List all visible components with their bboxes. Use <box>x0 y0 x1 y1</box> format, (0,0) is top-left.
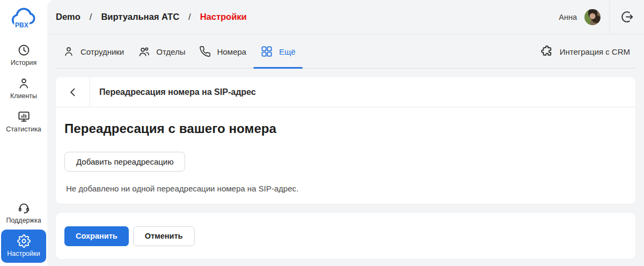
sidebar-item-settings[interactable]: Настройки <box>1 230 46 263</box>
breadcrumb-separator: / <box>90 12 92 22</box>
logout-button[interactable] <box>610 0 644 34</box>
user-avatar[interactable] <box>584 9 601 25</box>
section-heading: Переадресация с вашего номера <box>64 121 627 136</box>
departments-icon <box>138 46 150 58</box>
breadcrumb-demo[interactable]: Demo <box>56 12 80 22</box>
grid-icon <box>260 45 273 58</box>
tab-label: Номера <box>217 47 246 56</box>
actions-card: Сохранить Отменить <box>56 213 635 259</box>
sidebar-item-label: Поддержка <box>6 217 41 224</box>
tab-more[interactable]: Ещё <box>253 34 303 69</box>
tab-numbers[interactable]: Номера <box>192 34 253 69</box>
crm-link-label: Интеграция с CRM <box>560 47 630 56</box>
gear-icon <box>17 234 31 248</box>
empty-state-text: Не добавлено ни одной переадресации номе… <box>64 184 627 193</box>
sidebar-item-clients[interactable]: Клиенты <box>1 72 46 105</box>
tab-label: Отделы <box>156 47 185 56</box>
page-title: Переадресация номера на SIP-адрес <box>90 87 256 97</box>
cancel-button[interactable]: Отменить <box>133 226 195 246</box>
tab-departments[interactable]: Отделы <box>131 34 192 69</box>
tab-label: Сотрудники <box>80 47 124 56</box>
forwarding-card: Переадресация номера на SIP-адрес Переад… <box>56 77 635 204</box>
header-right: Анна <box>559 0 644 34</box>
main-area: Demo / Виртуальная АТС / Настройки Анна <box>47 0 644 266</box>
sidebar-item-label: История <box>11 60 36 66</box>
sidebar: PBX История Клиенты Статистика <box>0 0 47 266</box>
user-name: Анна <box>559 13 577 21</box>
cloud-icon: PBX <box>10 5 38 30</box>
forwarding-card-header: Переадресация номера на SIP-адрес <box>56 77 635 107</box>
breadcrumb-settings-current: Настройки <box>200 12 247 22</box>
person-icon <box>17 77 31 90</box>
save-button[interactable]: Сохранить <box>64 226 129 246</box>
top-header: Demo / Виртуальная АТС / Настройки Анна <box>47 0 644 34</box>
breadcrumb-separator: / <box>188 12 191 22</box>
sidebar-item-label: Клиенты <box>10 93 37 100</box>
employee-icon <box>63 46 75 57</box>
svg-text:PBX: PBX <box>15 21 28 29</box>
sidebar-item-label: Статистика <box>6 126 41 133</box>
forwarding-card-body: Переадресация с вашего номера Добавить п… <box>56 107 635 204</box>
sidebar-item-support[interactable]: Поддержка <box>1 196 46 230</box>
stats-monitor-icon <box>17 110 31 123</box>
pbx-cloud-logo[interactable]: PBX <box>9 4 39 31</box>
add-forwarding-button[interactable]: Добавить переадресацию <box>64 152 185 172</box>
content: Переадресация номера на SIP-адрес Переад… <box>47 69 644 266</box>
tab-label: Ещё <box>279 47 296 56</box>
app: PBX История Клиенты Статистика <box>0 0 644 266</box>
settings-tabbar: Сотрудники Отделы Номера <box>47 34 644 69</box>
back-button[interactable] <box>56 77 90 107</box>
clock-icon <box>17 43 31 57</box>
sidebar-item-statistics[interactable]: Статистика <box>1 105 46 138</box>
sidebar-item-history[interactable]: История <box>1 39 46 72</box>
headset-icon <box>17 201 31 215</box>
logout-icon <box>620 10 634 24</box>
breadcrumb-virtual-pbx[interactable]: Виртуальная АТС <box>101 12 179 22</box>
puzzle-icon <box>540 45 554 58</box>
chevron-left-icon <box>67 86 79 99</box>
breadcrumb: Demo / Виртуальная АТС / Настройки <box>56 12 247 22</box>
crm-integration-link[interactable]: Интеграция с CRM <box>535 34 635 69</box>
sidebar-item-label: Настройки <box>7 250 40 257</box>
tab-employees[interactable]: Сотрудники <box>56 34 131 69</box>
phone-icon <box>199 46 211 57</box>
